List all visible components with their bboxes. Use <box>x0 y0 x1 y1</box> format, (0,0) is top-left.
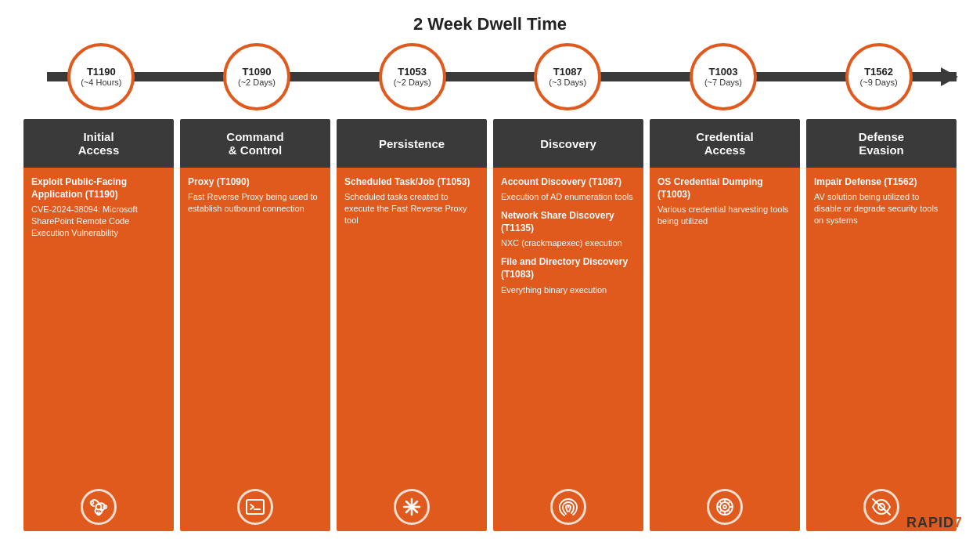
node-id-4: T1003 <box>709 66 738 78</box>
card-body-initial-access: Exploit Public-Facing Application (T1190… <box>23 168 174 531</box>
technique-discovery-1: Account Discovery (T1087) <box>501 175 636 188</box>
card-header-persistence: Persistence <box>337 119 487 168</box>
desc-discovery-2: NXC (crackmapexec) execution <box>501 237 636 249</box>
node-id-1: T1090 <box>243 66 272 78</box>
timeline-node-5: T1562 (~9 Days) <box>845 43 913 110</box>
card-body-defense-evasion: Impair Defense (T1562) AV solution being… <box>806 168 957 531</box>
fingerprint-icon <box>557 495 580 519</box>
technique-c2: Proxy (T1090) <box>188 175 322 188</box>
node-time-5: (~9 Days) <box>860 78 898 88</box>
rapid7-logo: RAPID7 <box>906 515 963 531</box>
icon-circle-discovery <box>550 489 586 525</box>
desc-discovery-3: Everything binary execution <box>501 284 636 296</box>
desc-initial-access: CVE-2024-38094: Microsoft SharePoint Rem… <box>31 204 166 239</box>
card-body-discovery: Account Discovery (T1087) Execution of A… <box>493 168 643 531</box>
timeline-node-0: T1190 (~4 Hours) <box>67 43 135 110</box>
logo-text-rapid: RAPID <box>906 515 954 530</box>
icon-area-discovery <box>501 484 636 525</box>
node-id-0: T1190 <box>87 66 116 78</box>
svg-line-19 <box>728 502 730 504</box>
icon-area-persistence <box>344 484 479 525</box>
target-icon <box>714 496 736 518</box>
technique-credential-access: OS Credential Dumping (T1003) <box>658 175 792 201</box>
desc-c2: Fast Reverse Proxy being used to establi… <box>188 191 322 215</box>
node-id-5: T1562 <box>864 66 893 78</box>
svg-line-18 <box>720 502 722 504</box>
node-time-3: (~3 Days) <box>549 78 586 88</box>
icon-circle-initial-access <box>81 489 117 525</box>
terminal-icon <box>244 496 266 518</box>
node-time-1: (~2 Days) <box>238 78 276 88</box>
timeline-node-4: T1003 (~7 Days) <box>690 43 757 110</box>
timeline-row: T1190 (~4 Hours) T1090 (~2 Days) T1053 (… <box>23 49 957 105</box>
icon-circle-c2 <box>237 489 273 525</box>
node-id-3: T1087 <box>553 66 582 78</box>
timeline-node-3: T1087 (~3 Days) <box>534 43 601 110</box>
main-container: 2 Week Dwell Time T1190 (~4 Hours) T1090… <box>0 0 980 539</box>
node-time-0: (~4 Hours) <box>81 78 121 88</box>
desc-discovery-1: Execution of AD enumeration tools <box>501 191 636 203</box>
card-header-c2: Command& Control <box>180 119 330 168</box>
svg-point-1 <box>91 501 94 505</box>
desc-persistence: Scheduled tasks created to execute the F… <box>344 191 479 226</box>
node-time-2: (~2 Days) <box>394 78 431 88</box>
desc-defense-evasion: AV solution being utilized to disable or… <box>814 191 949 226</box>
technique-initial-access: Exploit Public-Facing Application (T1190… <box>31 175 166 201</box>
timeline-node-2: T1053 (~2 Days) <box>379 43 446 110</box>
svg-line-23 <box>873 499 890 515</box>
eye-slash-icon <box>870 496 893 518</box>
svg-point-13 <box>723 505 726 508</box>
technique-discovery-3: File and Directory Discovery (T1083) <box>501 255 636 280</box>
technique-discovery-2: Network Share Discovery (T1135) <box>501 209 636 234</box>
card-persistence: Persistence Scheduled Task/Job (T1053) S… <box>337 119 487 531</box>
card-defense-evasion: DefenseEvasion Impair Defense (T1562) AV… <box>806 119 957 531</box>
icon-area-credential-access <box>658 484 792 525</box>
card-discovery: Discovery Account Discovery (T1087) Exec… <box>493 119 643 531</box>
card-header-discovery: Discovery <box>493 119 643 168</box>
svg-point-10 <box>567 506 570 508</box>
desc-credential-access: Various credential harvesting tools bein… <box>658 204 792 227</box>
timeline-arrow <box>941 67 958 86</box>
card-header-credential-access: CredentialAccess <box>650 119 800 168</box>
node-id-2: T1053 <box>398 66 427 78</box>
technique-defense-evasion: Impair Defense (T1562) <box>814 175 949 188</box>
icon-circle-persistence <box>394 489 430 525</box>
icon-circle-defense-evasion <box>863 489 899 525</box>
node-time-4: (~7 Days) <box>704 78 742 88</box>
card-initial-access: InitialAccess Exploit Public-Facing Appl… <box>23 119 174 531</box>
card-body-persistence: Scheduled Task/Job (T1053) Scheduled tas… <box>337 168 487 531</box>
card-c2: Command& Control Proxy (T1090) Fast Reve… <box>180 119 330 531</box>
asterisk-icon <box>401 496 423 518</box>
logo-text-7: 7 <box>954 515 963 530</box>
page-title: 2 Week Dwell Time <box>23 14 957 34</box>
card-body-c2: Proxy (T1090) Fast Reverse Proxy being u… <box>180 168 330 531</box>
timeline-line <box>47 72 957 81</box>
svg-rect-4 <box>247 500 264 514</box>
biohazard-icon <box>88 496 110 518</box>
svg-line-21 <box>728 510 730 512</box>
icon-area-initial-access <box>31 484 166 525</box>
icon-area-c2 <box>188 484 322 525</box>
card-body-credential-access: OS Credential Dumping (T1003) Various cr… <box>650 168 800 531</box>
svg-line-20 <box>720 510 722 512</box>
icon-circle-credential-access <box>707 489 743 525</box>
technique-persistence: Scheduled Task/Job (T1053) <box>344 175 479 188</box>
cards-row: InitialAccess Exploit Public-Facing Appl… <box>23 119 957 531</box>
card-header-defense-evasion: DefenseEvasion <box>806 119 957 168</box>
card-header-initial-access: InitialAccess <box>23 119 174 168</box>
card-credential-access: CredentialAccess OS Credential Dumping (… <box>650 119 800 531</box>
timeline-node-1: T1090 (~2 Days) <box>223 43 290 110</box>
